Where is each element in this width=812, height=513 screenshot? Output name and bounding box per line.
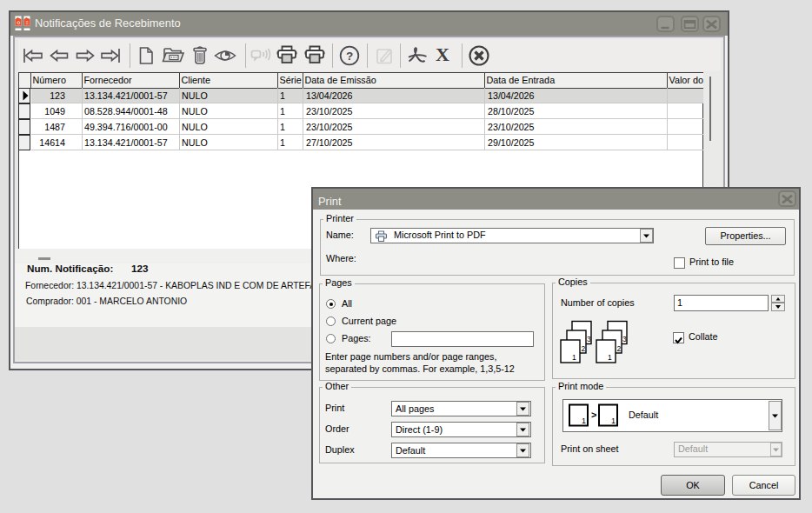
svg-text:2: 2	[582, 344, 586, 353]
svg-text:1: 1	[582, 416, 586, 425]
svg-text:1: 1	[611, 416, 616, 425]
svg-text:X: X	[436, 43, 449, 65]
svg-text:3: 3	[622, 335, 627, 343]
svg-text:3: 3	[587, 335, 591, 343]
svg-text:1: 1	[572, 353, 576, 362]
svg-text:1: 1	[608, 353, 612, 362]
svg-text:>: >	[591, 410, 596, 420]
svg-text:?: ?	[346, 50, 353, 63]
svg-text:2: 2	[617, 344, 622, 353]
